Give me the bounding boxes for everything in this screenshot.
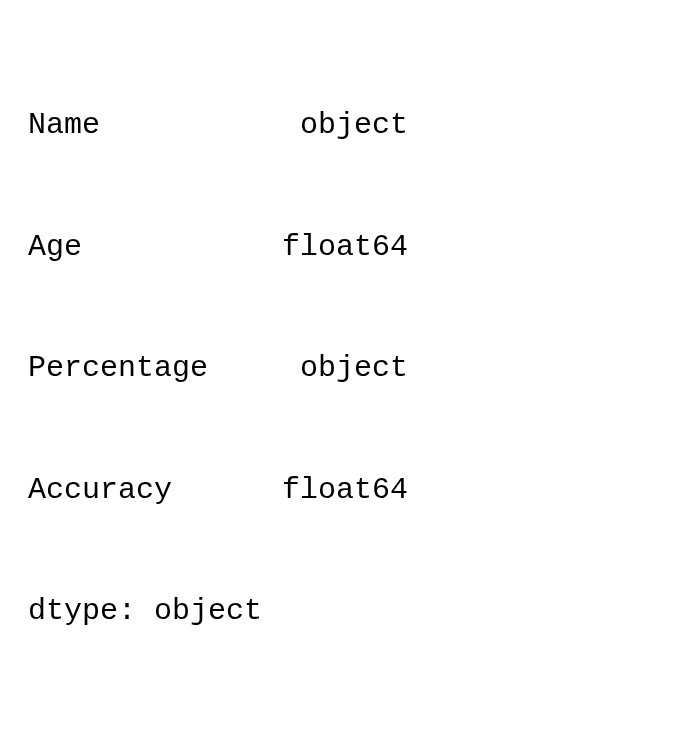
- dtype-footer: dtype: object: [28, 591, 660, 632]
- column-header-accuracy: Accuracy: [502, 728, 660, 742]
- table-corner: [28, 728, 85, 742]
- column-header-name: Name: [85, 728, 226, 742]
- dtype-row: Percentage object: [28, 348, 660, 389]
- dtype-label: Percentage: [28, 348, 258, 389]
- dtype-value: object: [258, 105, 408, 146]
- column-header-percentage: Percentage: [323, 728, 502, 742]
- column-header-age: Age: [226, 728, 323, 742]
- table-header-row: Name Age Percentage Accuracy: [28, 728, 660, 742]
- dtype-row: Age float64: [28, 227, 660, 268]
- dtype-label: Name: [28, 105, 258, 146]
- dtype-value: float64: [258, 227, 408, 268]
- dtype-row: Name object: [28, 105, 660, 146]
- dtype-label: Accuracy: [28, 470, 258, 511]
- dtype-label: Age: [28, 227, 258, 268]
- dataframe-table: Name Age Percentage Accuracy a Harvey. 1…: [28, 728, 660, 742]
- dtype-value: float64: [258, 470, 408, 511]
- dtype-row: Accuracy float64: [28, 470, 660, 511]
- dtype-output: Name object Age float64 Percentage objec…: [28, 24, 660, 672]
- dtype-value: object: [258, 348, 408, 389]
